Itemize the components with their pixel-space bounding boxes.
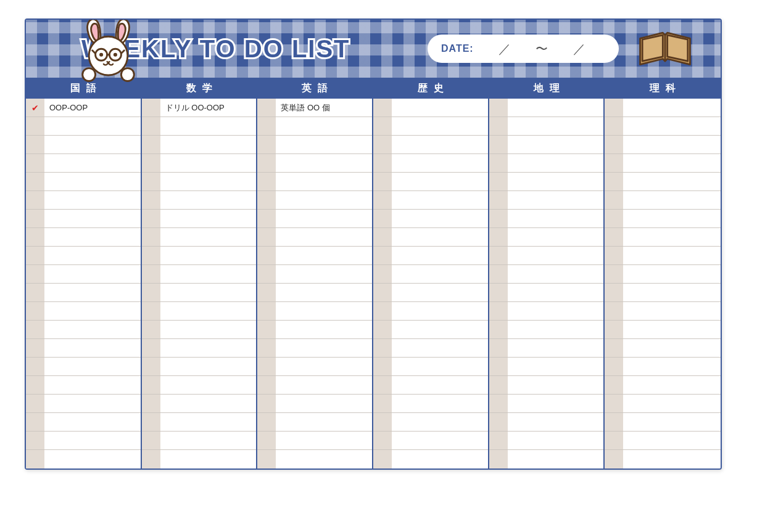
row-text[interactable] <box>276 321 372 338</box>
row-text[interactable] <box>160 228 257 246</box>
row-text[interactable] <box>160 339 257 357</box>
row-text[interactable] <box>508 284 604 301</box>
row-checkbox[interactable] <box>373 136 392 153</box>
row-text[interactable] <box>508 432 604 449</box>
row-text[interactable] <box>276 210 372 227</box>
row-checkbox[interactable] <box>257 432 276 449</box>
row-text[interactable] <box>392 228 488 246</box>
row-text[interactable] <box>160 173 257 190</box>
row-checkbox[interactable] <box>142 210 160 227</box>
row-text[interactable] <box>276 339 372 357</box>
row-text[interactable] <box>276 450 372 469</box>
row-checkbox[interactable] <box>605 376 623 394</box>
row-checkbox[interactable] <box>489 302 508 320</box>
row-checkbox[interactable] <box>26 247 44 264</box>
row-checkbox[interactable] <box>605 247 623 264</box>
row-text[interactable] <box>623 284 721 301</box>
row-checkbox[interactable] <box>26 136 44 153</box>
row-text[interactable] <box>44 265 141 283</box>
row-checkbox[interactable] <box>373 395 392 412</box>
row-text[interactable] <box>623 321 721 338</box>
row-checkbox[interactable] <box>489 450 508 469</box>
row-text[interactable] <box>276 136 372 153</box>
row-text[interactable] <box>508 99 604 117</box>
row-checkbox[interactable] <box>489 413 508 431</box>
row-text[interactable] <box>44 321 141 338</box>
row-checkbox[interactable] <box>373 339 392 357</box>
row-text[interactable] <box>392 339 488 357</box>
row-text[interactable]: 英単語 OO 個 <box>276 99 372 117</box>
row-text[interactable] <box>276 302 372 320</box>
row-checkbox[interactable] <box>142 117 160 135</box>
row-text[interactable] <box>623 210 721 227</box>
row-checkbox[interactable] <box>605 191 623 209</box>
row-text[interactable] <box>160 395 257 412</box>
row-text[interactable] <box>44 376 141 394</box>
row-text[interactable] <box>623 395 721 412</box>
row-text[interactable] <box>276 395 372 412</box>
row-text[interactable] <box>392 358 488 375</box>
row-text[interactable] <box>44 154 141 172</box>
row-checkbox[interactable] <box>257 228 276 246</box>
row-text[interactable] <box>623 173 721 190</box>
row-checkbox[interactable] <box>26 191 44 209</box>
row-text[interactable] <box>392 117 488 135</box>
row-text[interactable] <box>276 413 372 431</box>
row-text[interactable] <box>276 284 372 301</box>
row-checkbox[interactable] <box>257 154 276 172</box>
row-checkbox[interactable] <box>605 395 623 412</box>
row-checkbox[interactable] <box>142 284 160 301</box>
row-checkbox[interactable] <box>373 432 392 449</box>
row-checkbox[interactable] <box>373 321 392 338</box>
row-text[interactable] <box>44 173 141 190</box>
row-text[interactable] <box>392 450 488 469</box>
row-checkbox[interactable] <box>257 376 276 394</box>
row-text[interactable] <box>276 265 372 283</box>
row-checkbox[interactable] <box>373 117 392 135</box>
row-text[interactable] <box>392 99 488 117</box>
row-checkbox[interactable] <box>142 154 160 172</box>
row-text[interactable] <box>392 173 488 190</box>
row-text[interactable] <box>508 191 604 209</box>
row-checkbox[interactable] <box>489 376 508 394</box>
row-checkbox[interactable] <box>142 136 160 153</box>
row-checkbox[interactable] <box>26 302 44 320</box>
row-text[interactable] <box>276 358 372 375</box>
row-checkbox[interactable] <box>605 173 623 190</box>
row-checkbox[interactable] <box>489 247 508 264</box>
row-text[interactable]: OOP-OOP <box>44 99 141 117</box>
row-checkbox[interactable] <box>605 413 623 431</box>
row-text[interactable] <box>392 321 488 338</box>
row-checkbox[interactable] <box>489 99 508 117</box>
row-text[interactable] <box>508 265 604 283</box>
row-checkbox[interactable] <box>257 247 276 264</box>
row-text[interactable] <box>623 247 721 264</box>
row-checkbox[interactable] <box>142 432 160 449</box>
row-text[interactable] <box>623 432 721 449</box>
row-checkbox[interactable] <box>373 413 392 431</box>
row-text[interactable] <box>392 247 488 264</box>
row-text[interactable] <box>392 413 488 431</box>
row-checkbox[interactable] <box>142 99 160 117</box>
row-checkbox[interactable] <box>605 136 623 153</box>
row-text[interactable] <box>392 265 488 283</box>
row-text[interactable] <box>44 284 141 301</box>
row-text[interactable] <box>276 247 372 264</box>
row-checkbox[interactable] <box>142 228 160 246</box>
row-checkbox[interactable] <box>26 210 44 227</box>
row-checkbox[interactable] <box>489 432 508 449</box>
row-text[interactable] <box>160 321 257 338</box>
row-checkbox[interactable] <box>489 136 508 153</box>
row-checkbox[interactable] <box>142 321 160 338</box>
row-text[interactable] <box>508 154 604 172</box>
row-text[interactable] <box>44 302 141 320</box>
row-checkbox[interactable] <box>257 265 276 283</box>
row-text[interactable] <box>508 247 604 264</box>
row-checkbox[interactable] <box>257 302 276 320</box>
row-checkbox[interactable] <box>605 154 623 172</box>
row-text[interactable] <box>44 117 141 135</box>
row-text[interactable] <box>392 284 488 301</box>
row-text[interactable] <box>44 210 141 227</box>
row-checkbox[interactable] <box>605 117 623 135</box>
row-checkbox[interactable] <box>257 395 276 412</box>
